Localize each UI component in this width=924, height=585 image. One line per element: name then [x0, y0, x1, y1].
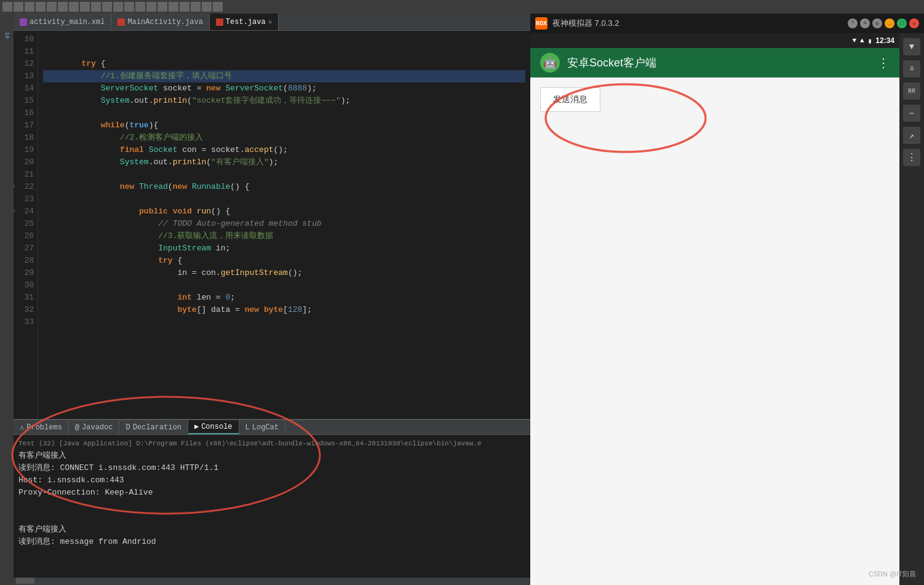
problems-icon: ⚠: [20, 423, 24, 432]
code-line-15: System.out.println("socket套接字创建成功，等待连接~~…: [43, 95, 525, 107]
toolbar: [0, 0, 924, 14]
android-robot-icon: 🤖: [543, 56, 557, 70]
nox-minimize-button[interactable]: _: [885, 18, 894, 28]
toolbar-icon-18[interactable]: [191, 2, 201, 12]
code-line-29: in = con.getInputStream();: [43, 267, 525, 279]
toolbar-icon-13[interactable]: [135, 2, 145, 12]
nox-sidebar-btn-4[interactable]: ⋯: [903, 105, 920, 122]
nox-sidebar-btn-2[interactable]: ≡: [903, 60, 920, 78]
code-line-14: ServerSocket socket = new ServerSocket(8…: [43, 82, 525, 95]
status-time: 12:34: [875, 36, 894, 45]
android-more-icon[interactable]: ⋮: [877, 55, 890, 71]
android-app-title: 安卓Socket客户端: [567, 55, 870, 70]
toolbar-icon-7[interactable]: [69, 2, 79, 12]
battery-icon: ▮: [868, 37, 872, 45]
logcat-icon: L: [245, 423, 250, 432]
tab-problems[interactable]: ⚠ Problems: [14, 420, 69, 434]
code-line-21: [43, 169, 525, 181]
nox-help-button[interactable]: ?: [848, 18, 858, 28]
toolbar-icon-16[interactable]: [169, 2, 178, 12]
code-line-25: // TODO Auto-generated method stub: [43, 218, 525, 230]
tab-javadoc[interactable]: @ Javadoc: [69, 420, 120, 434]
java-file-icon-active: [216, 18, 223, 26]
tab-label-mainactivity[interactable]: MainActivity.java: [127, 18, 202, 26]
bottom-horizontal-scrollbar[interactable]: [14, 578, 530, 585]
toolbar-icon-4[interactable]: [36, 2, 46, 12]
code-line-17: while(true){: [43, 119, 525, 132]
tab-console-label[interactable]: Console: [201, 423, 232, 431]
toolbar-icon-2[interactable]: [14, 2, 23, 12]
tab-test-java[interactable]: Test.java ✕: [210, 14, 279, 30]
java-file-icon: [117, 18, 125, 26]
tab-close-icon[interactable]: ✕: [268, 18, 273, 26]
editor-tab-bar: activity_main.xml MainActivity.java Test…: [14, 14, 530, 31]
code-line-28: try {: [43, 255, 525, 267]
nox-maximize-button[interactable]: □: [897, 18, 907, 28]
toolbar-icon-9[interactable]: [91, 2, 101, 12]
tab-logcat-label[interactable]: LogCat: [252, 423, 279, 432]
toolbar-icon-6[interactable]: [58, 2, 68, 12]
tab-mainactivity-java[interactable]: MainActivity.java: [111, 14, 209, 30]
nox-close-button[interactable]: ✕: [909, 18, 919, 28]
line-numbers: 10 11 12 13 14 ⚠ 15 16 17 18 19 20 21 22…: [14, 31, 38, 419]
code-line-11: [43, 46, 525, 58]
code-line-13: //1.创建服务端套接字，填入端口号: [43, 70, 525, 82]
nox-settings-button[interactable]: ⚙: [872, 18, 882, 28]
toolbar-icon-11[interactable]: [113, 2, 123, 12]
console-line-1: 有客户端接入: [18, 450, 525, 462]
console-output[interactable]: Test (32) [Java Application] D:\Program …: [14, 435, 530, 578]
nox-menu-button[interactable]: ≡: [860, 18, 870, 28]
fold-marker-24[interactable]: ⊖: [14, 205, 15, 218]
tab-logcat[interactable]: L LogCat: [239, 420, 285, 434]
nox-right-sidebar: ▼ ≡ RR ⋯ ↗ ⋮: [899, 33, 924, 585]
code-line-10: [43, 33, 525, 46]
tab-console[interactable]: ▶ Console: [188, 420, 239, 434]
eclipse-editor-area: activity_main.xml MainActivity.java Test…: [14, 14, 530, 585]
tab-label-activity-main[interactable]: activity_main.xml: [30, 18, 105, 26]
nox-title: 夜神模拟器 7.0.3.2: [552, 18, 843, 29]
tab-problems-label[interactable]: Problems: [26, 423, 62, 432]
toolbar-icon-20[interactable]: [213, 2, 223, 12]
left-gutter: in: [0, 14, 14, 585]
xml-file-icon: [20, 18, 27, 26]
toolbar-icon-10[interactable]: [102, 2, 112, 12]
signal-icon: ▲: [860, 37, 864, 44]
nox-sidebar-expand[interactable]: ⋮: [903, 149, 920, 166]
toolbar-icon-12[interactable]: [124, 2, 134, 12]
nox-sidebar-btn-1[interactable]: ▼: [903, 38, 920, 55]
toolbar-icon-3[interactable]: [25, 2, 34, 12]
nox-sidebar-btn-3[interactable]: RR: [903, 82, 920, 100]
scrollbar-thumb[interactable]: [16, 578, 34, 584]
tab-declaration-label[interactable]: Declaration: [133, 423, 181, 432]
nox-logo: NOX: [535, 17, 548, 30]
app-icon: 🤖: [540, 53, 560, 73]
toolbar-icon-1[interactable]: [2, 2, 12, 12]
tab-activity-main-xml[interactable]: activity_main.xml: [14, 14, 111, 30]
toolbar-icon-15[interactable]: [157, 2, 167, 12]
code-line-22: new Thread(new Runnable() {: [43, 181, 525, 193]
code-line-33: [43, 316, 525, 328]
code-line-18: //2.检测客户端的接入: [43, 132, 525, 144]
watermark: CSDN @IT阳晨·: [869, 570, 918, 579]
toolbar-icon-8[interactable]: [80, 2, 90, 12]
code-line-12: try {: [43, 58, 525, 70]
nox-sidebar-btn-5[interactable]: ↗: [903, 127, 920, 144]
nox-content: ▼ ▲ ▮ 12:34 🤖 安卓Socket客户端 ⋮ 发送消息: [530, 33, 924, 585]
send-message-button[interactable]: 发送消息: [540, 87, 600, 112]
tab-label-test[interactable]: Test.java: [226, 18, 266, 26]
code-content[interactable]: try { //1.创建服务端套接字，填入端口号 ServerSocket so…: [38, 31, 530, 419]
toolbar-icon-19[interactable]: [202, 2, 212, 12]
tab-javadoc-label[interactable]: Javadoc: [82, 423, 113, 432]
code-line-20: System.out.println("有客户端接入");: [43, 156, 525, 169]
bottom-tab-bar: ⚠ Problems @ Javadoc D Declaration ▶ Con…: [14, 420, 530, 435]
console-icon: ▶: [194, 422, 199, 431]
left-marker-in: in: [4, 32, 10, 39]
fold-marker-22[interactable]: ⊖: [14, 181, 15, 193]
toolbar-icon-14[interactable]: [146, 2, 156, 12]
code-line-26: //3.获取输入流，用来读取数据: [43, 230, 525, 242]
code-line-27: InputStream in;: [43, 242, 525, 255]
nox-titlebar: NOX 夜神模拟器 7.0.3.2 ? ≡ ⚙ _ □ ✕: [530, 14, 924, 33]
tab-declaration[interactable]: D Declaration: [119, 420, 188, 434]
toolbar-icon-5[interactable]: [47, 2, 57, 12]
toolbar-icon-17[interactable]: [180, 2, 189, 12]
